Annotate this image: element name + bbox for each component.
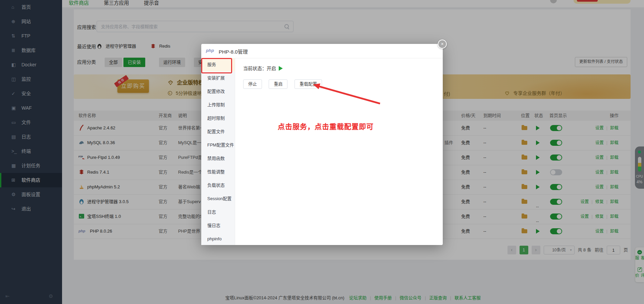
menu-item-phpinfo[interactable]: phpinfo: [201, 232, 235, 245]
annotation-arrow: [201, 44, 443, 245]
menu-item-load-status[interactable]: 负载状态: [201, 179, 235, 192]
menu-item-performance[interactable]: 性能调整: [201, 165, 235, 179]
service-buttons: 停止 重启 重载配置: [243, 79, 327, 89]
baota-panel: ⌂首页 ⊕网站 ⇅FTP ≣数据库 ◧Docker ◫监控 ✓安全 ▣WAF ▭…: [0, 0, 644, 304]
menu-item-config-file[interactable]: 配置文件: [201, 125, 235, 138]
menu-item-log[interactable]: 日志: [201, 205, 235, 219]
menu-item-config-edit[interactable]: 配置修改: [201, 85, 235, 98]
annotation-text: 点击服务，点击重载配置即可: [278, 121, 374, 131]
menu-item-install-ext[interactable]: 安装扩展: [201, 71, 235, 85]
reload-config-button[interactable]: 重载配置: [294, 79, 322, 89]
running-icon: [279, 66, 283, 71]
menu-item-upload-limit[interactable]: 上传限制: [201, 98, 235, 112]
current-status: 当前状态：开启: [243, 65, 283, 71]
menu-item-disabled-functions[interactable]: 禁用函数: [201, 152, 235, 165]
menu-item-service[interactable]: 服务: [201, 58, 235, 71]
php-manage-modal: php PHP-8.0管理 × 服务 安装扩展 配置修改 上传限制 超时限制 配…: [201, 44, 443, 245]
php-icon: php: [206, 48, 214, 53]
menu-item-timeout-limit[interactable]: 超时限制: [201, 112, 235, 125]
close-icon[interactable]: ×: [438, 40, 447, 49]
menu-item-slow-log[interactable]: 慢日志: [201, 219, 235, 232]
modal-menu: 服务 安装扩展 配置修改 上传限制 超时限制 配置文件 FPM配置文件 禁用函数…: [201, 58, 235, 245]
modal-header: php PHP-8.0管理: [201, 44, 443, 58]
stop-button[interactable]: 停止: [243, 79, 262, 89]
menu-item-fpm-config[interactable]: FPM配置文件: [201, 138, 235, 152]
menu-item-session-config[interactable]: Session配置: [201, 192, 235, 205]
modal-title: PHP-8.0管理: [219, 48, 248, 55]
restart-button[interactable]: 重启: [269, 79, 287, 89]
